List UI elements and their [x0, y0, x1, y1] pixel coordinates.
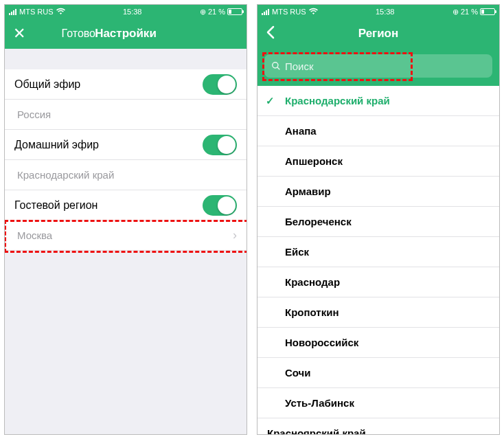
clock: 15:38: [318, 8, 453, 16]
city-label: Ейск: [285, 246, 309, 258]
row-sub-label: Россия: [17, 109, 237, 120]
row-label: Домашний эфир: [14, 139, 203, 151]
region-list[interactable]: ✓ Краснодарский край АнапаАпшеронскАрмав…: [257, 86, 499, 434]
region-city-item[interactable]: Армавир: [257, 177, 499, 207]
row-sub-label: Москва: [17, 229, 233, 241]
city-label: Новороссийск: [285, 337, 358, 348]
toggle-guest[interactable]: [203, 195, 237, 216]
region-city-item[interactable]: Сочи: [257, 358, 499, 388]
row-guest-region-toggle: Гостевой регион: [5, 190, 247, 221]
region-label: Краснодарский край: [285, 95, 390, 106]
carrier-label: MTS RUS: [19, 8, 54, 16]
search-container: Поиск: [257, 49, 499, 86]
settings-content: Общий эфир Россия Домашний эфир Краснода…: [5, 49, 247, 434]
search-icon: [271, 61, 281, 71]
region-city-item[interactable]: Новороссийск: [257, 328, 499, 358]
region-group-label: Красноярский край: [267, 427, 366, 434]
phone-settings: MTS RUS 15:38 ⊕ 21 % ✕ Настройки Готово …: [4, 4, 247, 435]
row-home-region[interactable]: Краснодарский край: [5, 160, 247, 190]
region-city-item[interactable]: Ейск: [257, 237, 499, 267]
row-general-broadcast: Общий эфир: [5, 69, 247, 100]
close-icon: ✕: [13, 25, 25, 42]
city-label: Апшеронск: [285, 155, 343, 167]
checkmark-icon: ✓: [266, 95, 275, 107]
region-item-selected[interactable]: ✓ Краснодарский край: [257, 86, 499, 116]
city-label: Анапа: [285, 125, 317, 137]
nav-bar: ✕ Настройки Готово: [5, 19, 247, 49]
clock: 15:38: [65, 8, 200, 16]
row-general-region[interactable]: Россия: [5, 100, 247, 130]
row-sub-label: Краснодарский край: [17, 169, 237, 181]
toggle-home[interactable]: [203, 135, 237, 155]
signal-icon: [9, 9, 16, 15]
region-city-item[interactable]: Апшеронск: [257, 146, 499, 177]
chevron-left-icon: [266, 30, 275, 41]
signal-icon: [262, 9, 269, 15]
wifi-icon: [56, 8, 65, 16]
region-city-item[interactable]: Краснодар: [257, 267, 499, 297]
city-label: Армавир: [285, 185, 331, 197]
row-home-broadcast: Домашний эфир: [5, 130, 247, 160]
status-bar: MTS RUS 15:38 ⊕ 21 %: [257, 5, 499, 19]
chevron-right-icon: ›: [233, 228, 237, 243]
battery-percent: ⊕ 21 %: [200, 8, 225, 16]
city-label: Кропоткин: [285, 306, 339, 318]
row-label: Гостевой регион: [14, 199, 203, 212]
svg-point-0: [273, 63, 278, 68]
search-placeholder: Поиск: [285, 60, 314, 72]
done-button[interactable]: Готово: [54, 27, 95, 40]
back-button[interactable]: [266, 25, 307, 42]
row-label: Общий эфир: [14, 78, 203, 91]
region-city-item[interactable]: Анапа: [257, 116, 499, 146]
carrier-label: MTS RUS: [272, 8, 306, 16]
search-input[interactable]: Поиск: [264, 54, 492, 78]
city-label: Усть-Лабинск: [285, 397, 354, 409]
phone-region: MTS RUS 15:38 ⊕ 21 % Регион Поиск ✓ Крас…: [257, 4, 500, 435]
nav-bar: Регион: [257, 19, 499, 49]
region-city-item[interactable]: Кропоткин: [257, 297, 499, 328]
region-city-item[interactable]: Усть-Лабинск: [257, 388, 499, 418]
battery-percent: ⊕ 21 %: [453, 8, 478, 16]
battery-icon: [227, 8, 242, 15]
city-label: Краснодар: [285, 276, 340, 288]
city-label: Сочи: [285, 367, 311, 379]
toggle-general[interactable]: [203, 74, 237, 95]
row-guest-region[interactable]: Москва ›: [5, 221, 247, 251]
wifi-icon: [309, 8, 318, 16]
battery-icon: [480, 8, 495, 15]
close-button[interactable]: ✕: [13, 26, 54, 41]
status-bar: MTS RUS 15:38 ⊕ 21 %: [5, 5, 247, 19]
region-group-item[interactable]: Красноярский край: [257, 418, 499, 434]
city-label: Белореченск: [285, 216, 352, 227]
svg-line-1: [277, 67, 280, 70]
region-city-item[interactable]: Белореченск: [257, 207, 499, 237]
